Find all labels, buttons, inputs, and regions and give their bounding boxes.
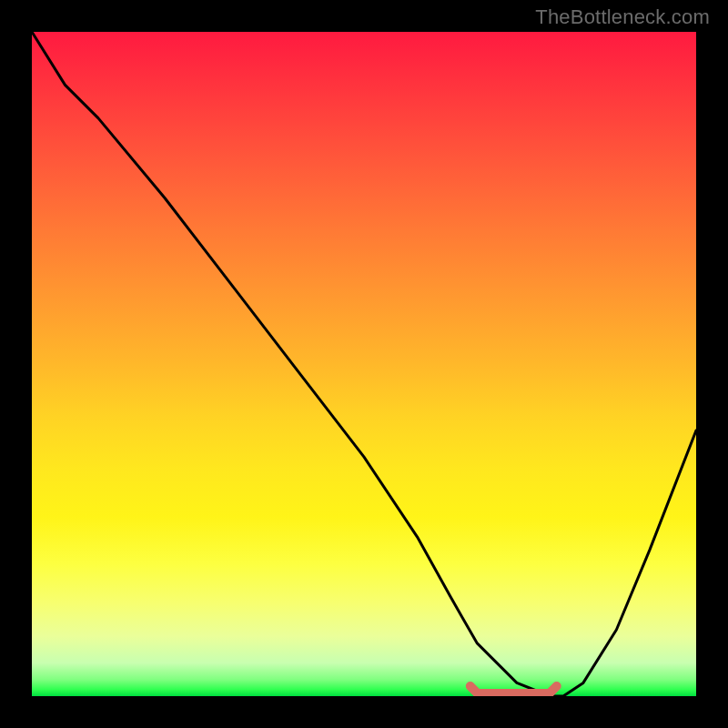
chart-container: TheBottleneck.com [0, 0, 728, 728]
watermark-text: TheBottleneck.com [535, 5, 710, 29]
curve-layer [32, 32, 696, 696]
plot-area [32, 32, 696, 696]
bottleneck-curve [32, 32, 696, 696]
valley-marker [470, 686, 557, 693]
